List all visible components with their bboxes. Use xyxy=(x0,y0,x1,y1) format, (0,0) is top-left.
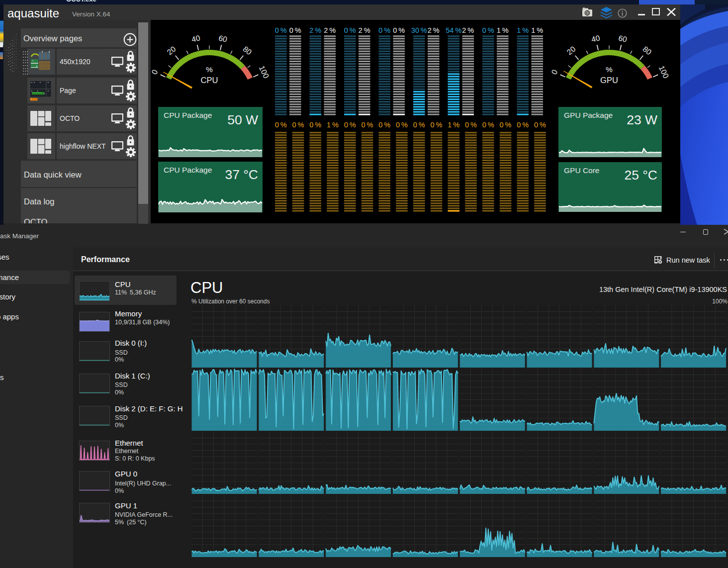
svg-text:37 °C: 37 °C xyxy=(225,167,258,182)
svg-text:0 %: 0 % xyxy=(275,121,287,129)
svg-text:60: 60 xyxy=(218,34,228,44)
svg-text:100: 100 xyxy=(657,64,670,80)
svg-text:0 %: 0 % xyxy=(362,121,373,129)
svg-text:2 %: 2 % xyxy=(309,26,321,34)
svg-text:GPU Package: GPU Package xyxy=(564,111,613,119)
svg-text:0 %: 0 % xyxy=(465,121,477,129)
svg-text:CPU: CPU xyxy=(201,76,218,85)
svg-text:54 %: 54 % xyxy=(446,26,461,34)
svg-text:80: 80 xyxy=(241,45,253,57)
svg-text:0: 0 xyxy=(549,68,559,76)
svg-text:1 %: 1 % xyxy=(531,26,543,34)
svg-text:0 %: 0 % xyxy=(431,121,443,129)
svg-text:100: 100 xyxy=(258,64,271,80)
svg-text:0 %: 0 % xyxy=(393,26,405,34)
svg-text:0 %: 0 % xyxy=(309,121,321,129)
svg-text:CPU Package: CPU Package xyxy=(164,166,212,174)
svg-text:0 %: 0 % xyxy=(275,26,287,34)
svg-text:2 %: 2 % xyxy=(462,26,474,34)
svg-text:60: 60 xyxy=(618,34,628,44)
svg-text:80: 80 xyxy=(641,45,653,57)
svg-text:0 %: 0 % xyxy=(344,26,356,34)
svg-text:1 %: 1 % xyxy=(327,121,339,129)
svg-text:0: 0 xyxy=(151,68,160,76)
svg-text:0 %: 0 % xyxy=(378,26,390,34)
svg-text:1 %: 1 % xyxy=(448,121,459,129)
svg-text:0 %: 0 % xyxy=(413,121,425,129)
svg-text:50 W: 50 W xyxy=(227,112,258,127)
svg-text:0 %: 0 % xyxy=(517,121,529,129)
svg-text:0 %: 0 % xyxy=(378,121,390,129)
svg-text:GPU: GPU xyxy=(600,76,618,85)
svg-text:2 %: 2 % xyxy=(324,26,336,34)
svg-text:0 %: 0 % xyxy=(396,121,408,129)
svg-text:GPU Core: GPU Core xyxy=(564,166,600,175)
svg-text:40: 40 xyxy=(190,33,201,44)
svg-text:0 %: 0 % xyxy=(289,26,301,34)
svg-text:0 %: 0 % xyxy=(292,121,304,129)
svg-text:1 %: 1 % xyxy=(517,26,529,34)
svg-text:40: 40 xyxy=(590,33,601,44)
svg-text:2 %: 2 % xyxy=(428,26,440,34)
svg-text:%: % xyxy=(606,65,613,74)
svg-text:20: 20 xyxy=(565,44,577,56)
svg-text:0 %: 0 % xyxy=(500,121,512,129)
svg-text:23 W: 23 W xyxy=(627,112,657,127)
svg-text:0 %: 0 % xyxy=(482,26,494,34)
svg-text:0 %: 0 % xyxy=(534,121,546,129)
svg-text:0 %: 0 % xyxy=(344,121,356,129)
svg-text:25 °C: 25 °C xyxy=(624,168,657,183)
svg-text:CPU Package: CPU Package xyxy=(164,111,212,119)
svg-text:2 %: 2 % xyxy=(359,26,370,34)
svg-text:30 %: 30 % xyxy=(411,26,427,34)
svg-text:0 %: 0 % xyxy=(482,121,494,129)
svg-text:1 %: 1 % xyxy=(497,26,509,34)
svg-text:%: % xyxy=(206,65,213,74)
svg-text:20: 20 xyxy=(166,44,178,56)
